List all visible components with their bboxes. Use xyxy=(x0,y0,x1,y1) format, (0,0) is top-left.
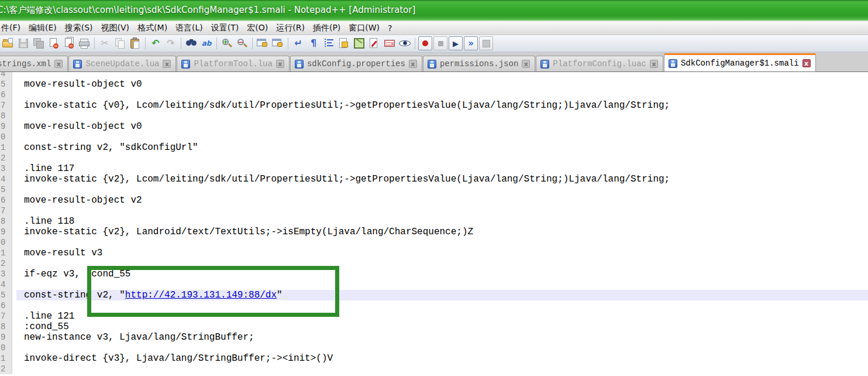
menu-item-9[interactable]: 插件(P) xyxy=(308,22,345,35)
close-tab-icon[interactable]: x xyxy=(802,59,811,67)
save-macro-icon[interactable] xyxy=(479,36,493,50)
document-map-icon[interactable] xyxy=(352,36,366,50)
fold-margin xyxy=(12,163,16,174)
code-text-wrap xyxy=(16,237,868,248)
close-tab-icon[interactable]: x xyxy=(409,60,417,68)
line-number: 8 xyxy=(0,111,12,121)
show-symbols-icon-glyph: ¶ xyxy=(311,39,316,48)
tab-label: PlatformConfig.luac xyxy=(553,59,646,69)
code-line: 4 xyxy=(0,279,868,290)
zoom-out-icon[interactable]: − xyxy=(235,36,249,50)
line-number: 3 xyxy=(0,269,12,279)
code-text: const-string v2, "sdkConfigUrl" xyxy=(16,142,868,153)
play-macro-icon[interactable]: ▶ xyxy=(449,36,463,50)
paste-icon[interactable] xyxy=(128,36,142,50)
fold-margin xyxy=(12,332,16,343)
code-line: 4 xyxy=(0,72,868,79)
code-text-wrap xyxy=(16,279,868,290)
tab-sdkconfigmanager-1-smali[interactable]: SdkConfigManager$1.smalix xyxy=(664,53,816,71)
menu-item-5[interactable]: 语言(L) xyxy=(171,22,208,35)
code-text: new-instance v3, Ljava/lang/StringBuffer… xyxy=(16,332,868,343)
line-number: 9 xyxy=(0,121,12,132)
close-all-icon[interactable] xyxy=(62,36,76,50)
fold-margin xyxy=(12,132,16,142)
replace-icon[interactable]: ab xyxy=(199,36,213,50)
toolbar-separator xyxy=(94,37,95,49)
tab-strings-xml[interactable]: strings.xmlx xyxy=(0,56,68,71)
cut-icon-glyph: ✂ xyxy=(101,39,108,48)
line-number: 9 xyxy=(0,227,12,237)
close-tab-icon[interactable]: x xyxy=(650,60,658,68)
tab-platformtool-lua[interactable]: PlatformTool.luax xyxy=(177,56,289,71)
fold-margin xyxy=(12,100,16,111)
fold-margin xyxy=(12,279,16,290)
fold-margin xyxy=(12,322,16,332)
document-list-icon[interactable] xyxy=(367,36,381,50)
cut-icon[interactable]: ✂ xyxy=(98,36,112,50)
menu-item-1[interactable]: 编辑(E) xyxy=(24,22,61,35)
code-text: :cond_55 xyxy=(16,322,868,332)
close-tab-icon[interactable]: x xyxy=(522,60,530,68)
tab-sceneupdate-lua[interactable]: SceneUpdate.luax xyxy=(68,56,176,71)
zoom-in-icon[interactable]: + xyxy=(220,36,234,50)
url-link[interactable]: http://42.193.131.149:88/dx xyxy=(125,290,277,300)
code-text: .line 117 xyxy=(16,163,868,174)
code-text: invoke-static {v0}, Lcom/leiting/sdk/uti… xyxy=(16,100,868,111)
line-number: 2 xyxy=(0,153,12,163)
code-line: 6 xyxy=(0,90,868,100)
fold-margin xyxy=(12,227,16,237)
window-title: C:\客户端修改\classout\com\leiting\sdk\SdkCon… xyxy=(0,5,415,16)
code-line: 7invoke-static {v0}, Lcom/leiting/sdk/ut… xyxy=(0,100,868,111)
saved-file-icon xyxy=(669,59,677,68)
tab-bar: strings.xmlxSceneUpdate.luaxPlatformTool… xyxy=(0,53,868,72)
save-all-icon[interactable] xyxy=(32,36,46,50)
menu-item-0[interactable]: 件(F) xyxy=(0,22,25,35)
close-tab-icon[interactable]: x xyxy=(54,60,63,68)
copy-icon[interactable] xyxy=(113,36,127,50)
editor-area: 45move-result-object v067invoke-static {… xyxy=(0,72,868,375)
code-text: invoke-static {v2}, Landroid/text/TextUt… xyxy=(16,227,868,237)
close-icon[interactable] xyxy=(47,36,61,50)
record-macro-icon[interactable] xyxy=(418,36,432,50)
code-text-wrap: move-result v3 xyxy=(16,248,868,258)
code-text-wrap xyxy=(16,184,868,195)
indent-guide-icon[interactable] xyxy=(322,36,336,50)
stop-record-icon[interactable] xyxy=(433,36,447,50)
code-text-wrap xyxy=(16,364,868,374)
tab-platformconfig-luac[interactable]: PlatformConfig.luacx xyxy=(536,56,663,71)
monitoring-icon[interactable] xyxy=(398,36,412,50)
undo-icon[interactable]: ↶ xyxy=(149,36,163,50)
folder-workspace-icon[interactable] xyxy=(383,36,397,50)
tab-sdkconfig-properties[interactable]: sdkConfig.propertiesx xyxy=(290,56,422,71)
line-number: 0 xyxy=(0,343,12,353)
code-text-wrap xyxy=(16,132,868,142)
run-macro-multiple-icon[interactable]: » xyxy=(464,36,478,50)
toolbar-separator xyxy=(415,37,415,49)
code-text: move-result v3 xyxy=(16,248,868,258)
redo-icon[interactable]: ↷ xyxy=(164,36,178,50)
sync-vertical-scroll-icon[interactable] xyxy=(256,36,270,50)
show-symbols-icon[interactable]: ¶ xyxy=(306,36,321,50)
saved-file-icon xyxy=(428,60,436,69)
menu-item-2[interactable]: 搜索(S) xyxy=(60,22,98,35)
close-tab-icon[interactable]: x xyxy=(276,60,284,68)
print-icon[interactable] xyxy=(77,36,91,50)
code-text-wrap xyxy=(16,258,868,269)
code-line: 8.line 118 xyxy=(0,216,868,227)
menu-item-7[interactable]: 宏(O) xyxy=(242,22,273,35)
word-wrap-icon[interactable]: ↵ xyxy=(291,36,305,50)
menu-item-10[interactable]: 窗口(W) xyxy=(344,22,384,35)
line-number: 6 xyxy=(0,195,12,206)
save-icon[interactable] xyxy=(16,36,30,50)
find-icon[interactable] xyxy=(184,36,198,50)
menu-item-3[interactable]: 视图(V) xyxy=(97,22,135,35)
open-icon[interactable] xyxy=(1,36,15,50)
menu-item-4[interactable]: 格式(M) xyxy=(133,22,172,35)
function-list-icon[interactable] xyxy=(337,36,351,50)
menu-item-8[interactable]: 运行(R) xyxy=(271,22,309,35)
sync-horizontal-scroll-icon[interactable] xyxy=(271,36,285,50)
menu-item-6[interactable]: 设置(T) xyxy=(206,22,243,35)
tab-permissions-json[interactable]: permissions.jsonx xyxy=(423,56,535,71)
close-tab-icon[interactable]: x xyxy=(163,60,171,68)
menu-item-11[interactable]: ? xyxy=(383,22,397,34)
